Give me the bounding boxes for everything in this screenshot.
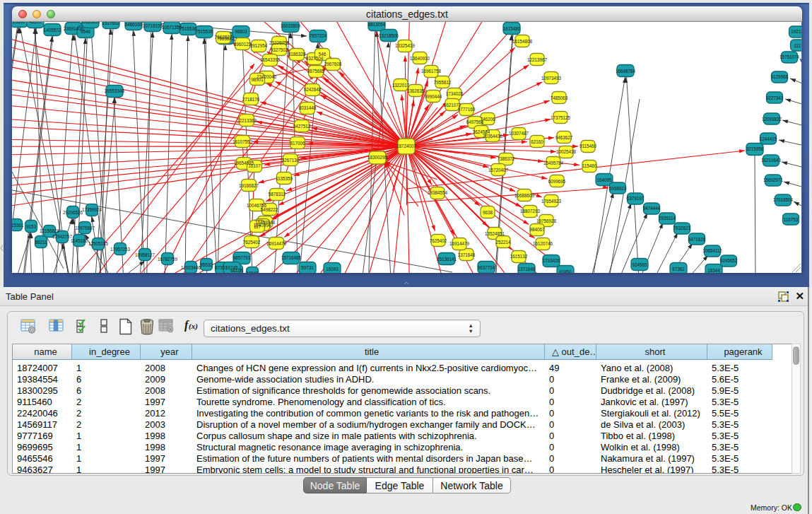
svg-text:9990444: 9990444: [425, 94, 442, 99]
svg-text:116753: 116753: [784, 217, 799, 222]
svg-text:10719155: 10719155: [143, 23, 163, 28]
svg-text:19384554: 19384554: [428, 190, 448, 195]
svg-text:10958127: 10958127: [135, 252, 155, 257]
svg-text:3960123: 3960123: [234, 42, 252, 47]
svg-text:23226058: 23226058: [269, 40, 290, 45]
svg-text:10042: 10042: [246, 271, 259, 273]
svg-text:16914479: 16914479: [449, 241, 470, 246]
svg-text:16961758: 16961758: [421, 69, 442, 74]
svg-text:9474444: 9474444: [643, 206, 661, 211]
svg-text:95532: 95532: [200, 262, 213, 267]
svg-text:3267130: 3267130: [282, 158, 300, 163]
svg-text:19756928: 19756928: [536, 218, 557, 223]
svg-text:6379197: 6379197: [627, 196, 645, 201]
svg-text:7485063: 7485063: [551, 95, 568, 100]
svg-text:915361: 915361: [12, 223, 24, 228]
svg-text:8031448: 8031448: [299, 105, 317, 110]
svg-text:3215958: 3215958: [746, 146, 764, 151]
svg-text:18807293: 18807293: [520, 209, 541, 214]
svg-text:7625402: 7625402: [243, 240, 261, 245]
svg-text:7386372: 7386372: [498, 156, 515, 161]
svg-text:23106: 23106: [13, 22, 25, 24]
svg-text:16782759: 16782759: [158, 257, 178, 262]
svg-text:9638: 9638: [483, 210, 493, 215]
svg-text:7632621: 7632621: [673, 226, 691, 230]
svg-text:13218506: 13218506: [379, 33, 399, 38]
svg-text:8186328: 8186328: [288, 52, 306, 57]
svg-text:9777169: 9777169: [458, 107, 476, 112]
svg-text:9463627: 9463627: [555, 135, 573, 140]
svg-text:16543392: 16543392: [260, 57, 281, 62]
svg-text:1322017: 1322017: [392, 83, 410, 88]
svg-text:12213362: 12213362: [237, 118, 257, 123]
svg-text:1244415: 1244415: [760, 136, 777, 141]
svg-text:13325419: 13325419: [395, 43, 416, 48]
svg-text:924565: 924565: [632, 262, 647, 267]
svg-text:16648784: 16648784: [616, 69, 636, 74]
svg-text:9242848: 9242848: [304, 87, 322, 92]
svg-text:117: 117: [254, 224, 261, 229]
svg-text:18300295: 18300295: [367, 155, 388, 160]
svg-text:1405572: 1405572: [44, 28, 61, 33]
svg-text:15751074: 15751074: [779, 54, 800, 59]
svg-text:16154808: 16154808: [512, 39, 533, 44]
svg-text:48391: 48391: [29, 22, 42, 24]
svg-text:1615132: 1615132: [510, 254, 528, 259]
svg-text:12093832: 12093832: [762, 117, 782, 122]
svg-text:16120746: 16120746: [533, 241, 553, 246]
svg-text:16107: 16107: [248, 163, 261, 168]
svg-text:15495784: 15495784: [543, 160, 564, 165]
svg-text:5498222: 5498222: [261, 207, 278, 212]
svg-text:164095: 164095: [596, 177, 612, 182]
svg-text:1733426: 1733426: [543, 258, 560, 263]
svg-text:9637794: 9637794: [478, 265, 495, 270]
svg-text:6466160: 6466160: [125, 22, 143, 27]
svg-text:1135359: 1135359: [276, 176, 293, 181]
svg-text:7515536: 7515536: [180, 26, 197, 31]
svg-text:115460: 115460: [582, 163, 597, 168]
svg-text:18724007: 18724007: [396, 144, 417, 148]
svg-text:984067: 984067: [529, 227, 545, 232]
svg-text:9245652: 9245652: [720, 258, 738, 263]
svg-text:12505185: 12505185: [88, 241, 109, 246]
svg-text:9129966: 9129966: [771, 74, 789, 79]
svg-text:9327504: 9327504: [306, 56, 324, 61]
svg-text:8427512: 8427512: [293, 124, 311, 129]
svg-text:3875685: 3875685: [307, 69, 325, 74]
svg-text:2718176: 2718176: [242, 97, 260, 102]
svg-text:7663822: 7663822: [215, 35, 233, 40]
svg-text:1615480: 1615480: [503, 26, 521, 31]
svg-text:9227343: 9227343: [766, 95, 784, 100]
svg-text:20364436: 20364436: [483, 134, 503, 139]
svg-text:17375125: 17375125: [551, 115, 571, 120]
svg-text:15720407: 15720407: [488, 168, 509, 173]
svg-text:16914479: 16914479: [266, 241, 287, 246]
svg-text:96603: 96603: [235, 29, 247, 34]
svg-text:7625402: 7625402: [430, 238, 447, 243]
svg-text:15136141: 15136141: [437, 257, 457, 262]
svg-text:10973493: 10973493: [541, 76, 562, 81]
svg-text:546: 546: [319, 52, 326, 57]
svg-text:5958923: 5958923: [609, 186, 627, 191]
svg-text:15716485: 15716485: [281, 255, 302, 260]
svg-text:12923446: 12923446: [181, 265, 201, 270]
svg-text:1527602: 1527602: [102, 22, 120, 25]
svg-text:1362635: 1362635: [407, 88, 425, 93]
svg-text:252214: 252214: [495, 240, 511, 245]
svg-text:1371648: 1371648: [458, 252, 476, 257]
svg-text:12942757: 12942757: [52, 234, 73, 239]
svg-text:10653257: 10653257: [81, 22, 101, 24]
svg-text:10025438: 10025438: [556, 149, 577, 154]
svg-text:7955812: 7955812: [434, 80, 452, 85]
svg-text:10654112: 10654112: [702, 248, 722, 253]
svg-text:17654923: 17654923: [541, 199, 562, 204]
svg-text:1371648: 1371648: [518, 267, 536, 271]
svg-text:16033809: 16033809: [281, 23, 301, 28]
svg-text:10307487: 10307487: [509, 131, 529, 136]
svg-text:19166827: 19166827: [239, 183, 259, 188]
svg-text:10975887: 10975887: [75, 226, 95, 230]
svg-text:59731: 59731: [301, 265, 314, 270]
svg-text:1145166: 1145166: [71, 238, 88, 243]
svg-text:18344: 18344: [707, 268, 720, 273]
svg-text:19218: 19218: [791, 29, 801, 34]
